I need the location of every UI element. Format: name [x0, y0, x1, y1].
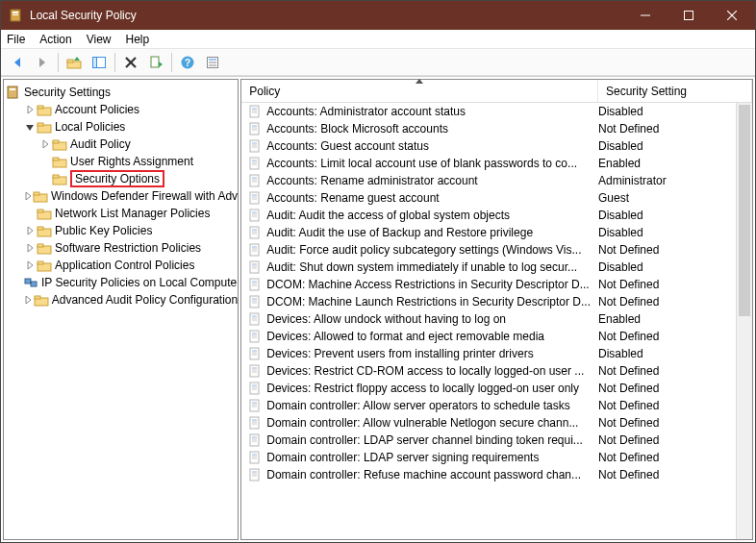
column-policy[interactable]: Policy [241, 80, 598, 102]
scrollbar-thumb[interactable] [739, 105, 750, 316]
policy-name: Audit: Shut down system immediately if u… [266, 260, 598, 274]
export-button[interactable] [144, 51, 167, 74]
policy-setting: Not Defined [598, 364, 752, 378]
expand-toggle[interactable] [23, 241, 37, 255]
policy-icon [247, 311, 263, 327]
policy-row[interactable]: Accounts: Rename administrator accountAd… [241, 172, 752, 189]
svg-rect-1 [13, 12, 18, 13]
tree-item[interactable]: Advanced Audit Policy Configuration [4, 291, 238, 309]
svg-rect-111 [250, 331, 259, 342]
policy-icon [247, 450, 263, 465]
policy-row[interactable]: Domain controller: Allow server operator… [241, 397, 752, 414]
svg-rect-139 [250, 452, 259, 463]
svg-rect-103 [250, 296, 259, 308]
policy-row[interactable]: Devices: Restrict CD-ROM access to local… [241, 362, 752, 380]
policy-row[interactable]: Audit: Audit the access of global system… [241, 207, 752, 224]
policy-name: Domain controller: Allow server operator… [266, 399, 598, 412]
column-setting[interactable]: Security Setting [598, 80, 752, 102]
policy-row[interactable]: Devices: Allow undock without having to … [241, 310, 752, 328]
policy-row[interactable]: Accounts: Limit local account use of bla… [241, 155, 752, 172]
svg-rect-79 [250, 192, 259, 204]
svg-rect-87 [250, 227, 259, 238]
policy-setting: Disabled [598, 139, 752, 153]
tree-item[interactable]: Application Control Policies [4, 257, 238, 274]
policy-row[interactable]: Audit: Shut down system immediately if u… [241, 259, 752, 276]
policy-row[interactable]: DCOM: Machine Access Restrictions in Sec… [241, 276, 752, 293]
vertical-scrollbar[interactable] [736, 103, 752, 539]
tree-item[interactable]: Windows Defender Firewall with Advanced … [4, 187, 238, 205]
expand-toggle[interactable] [38, 137, 52, 151]
tree-item[interactable]: User Rights Assignment [4, 153, 238, 170]
menubar: File Action View Help [1, 30, 755, 49]
forward-button[interactable] [31, 51, 54, 74]
svg-rect-31 [38, 123, 43, 126]
svg-rect-115 [250, 348, 259, 359]
tree-item[interactable]: Local Policies [4, 118, 238, 136]
tree-item[interactable]: Security Options [4, 170, 238, 187]
delete-button[interactable] [119, 51, 142, 74]
svg-rect-67 [250, 140, 259, 152]
folder-icon [52, 171, 67, 186]
svg-rect-59 [250, 106, 259, 117]
policy-row[interactable]: Audit: Force audit policy subcategory se… [241, 241, 752, 259]
policy-icon [247, 242, 263, 258]
close-button[interactable] [710, 2, 753, 29]
expand-toggle[interactable] [23, 224, 37, 237]
policy-name: Audit: Force audit policy subcategory se… [266, 243, 598, 257]
tree-label: Windows Defender Firewall with Advanced … [51, 189, 239, 203]
up-button[interactable] [63, 51, 86, 74]
tree-item[interactable]: Public Key Policies [4, 222, 238, 239]
expand-toggle[interactable] [23, 120, 37, 134]
tree-item[interactable]: IP Security Policies on Local Computer [4, 274, 238, 291]
expand-toggle[interactable] [23, 293, 34, 307]
svg-rect-83 [250, 210, 259, 221]
titlebar[interactable]: Local Security Policy [1, 1, 755, 30]
list-body[interactable]: Accounts: Administrator account statusDi… [241, 103, 752, 539]
policy-icon [247, 467, 263, 482]
policy-row[interactable]: Accounts: Administrator account statusDi… [241, 103, 752, 120]
policy-icon [247, 346, 263, 361]
minimize-button[interactable] [623, 2, 667, 29]
folder-icon [37, 223, 52, 238]
policy-icon [247, 138, 263, 154]
policy-icon [247, 432, 263, 448]
menu-view[interactable]: View [87, 33, 112, 46]
tree-root[interactable]: Security Settings [4, 84, 238, 101]
policy-setting: Guest [598, 191, 752, 205]
help-button[interactable]: ? [176, 51, 199, 74]
tree-item[interactable]: Audit Policy [4, 136, 238, 153]
policy-row[interactable]: Devices: Prevent users from installing p… [241, 345, 752, 362]
policy-row[interactable]: Domain controller: LDAP server signing r… [241, 449, 752, 466]
policy-row[interactable]: Domain controller: LDAP server channel b… [241, 432, 752, 449]
menu-action[interactable]: Action [39, 33, 71, 46]
policy-row[interactable]: Accounts: Guest account statusDisabled [241, 137, 752, 155]
policy-row[interactable]: Domain controller: Allow vulnerable Netl… [241, 414, 752, 432]
tree-item[interactable]: Software Restriction Policies [4, 239, 238, 257]
expand-toggle[interactable] [23, 189, 33, 203]
svg-rect-10 [67, 60, 73, 62]
show-hide-tree-button[interactable] [88, 51, 111, 74]
policy-row[interactable]: DCOM: Machine Launch Restrictions in Sec… [241, 293, 752, 310]
menu-help[interactable]: Help [126, 33, 150, 46]
policy-icon [247, 156, 263, 171]
policy-row[interactable]: Accounts: Rename guest accountGuest [241, 189, 752, 207]
menu-file[interactable]: File [7, 33, 25, 46]
svg-marker-11 [74, 57, 80, 61]
back-button[interactable] [6, 51, 29, 74]
expand-toggle[interactable] [23, 103, 37, 116]
svg-rect-16 [151, 57, 159, 67]
tree-item[interactable]: Account Policies [4, 101, 238, 118]
policy-row[interactable]: Devices: Allowed to format and eject rem… [241, 328, 752, 345]
svg-rect-71 [250, 158, 259, 169]
policy-row[interactable]: Audit: Audit the use of Backup and Resto… [241, 224, 752, 241]
policy-name: Domain controller: Refuse machine accoun… [266, 468, 598, 481]
tree-item[interactable]: Network List Manager Policies [4, 205, 238, 222]
policy-row[interactable]: Devices: Restrict floppy access to local… [241, 380, 752, 397]
policy-row[interactable]: Accounts: Block Microsoft accountsNot De… [241, 120, 752, 137]
tree-label: Local Policies [55, 120, 125, 134]
maximize-button[interactable] [667, 2, 710, 29]
properties-button[interactable] [201, 51, 224, 74]
expand-toggle[interactable] [23, 259, 37, 272]
tree-pane[interactable]: Security SettingsAccount PoliciesLocal P… [3, 79, 239, 540]
policy-row[interactable]: Domain controller: Refuse machine accoun… [241, 466, 752, 483]
